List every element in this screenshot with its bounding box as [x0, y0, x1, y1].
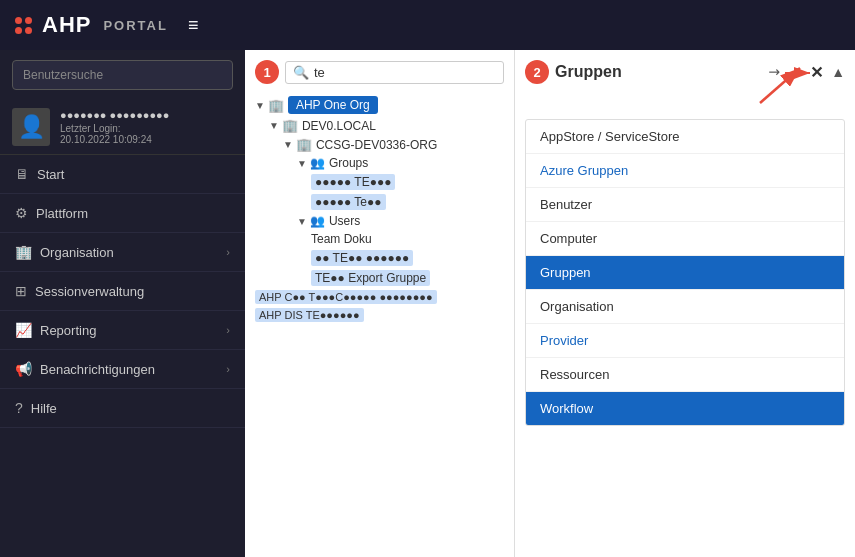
logo-ahp: AHP: [42, 12, 91, 38]
step-badge-1: 1: [255, 60, 279, 84]
tree-arrow-dev0: ▼: [269, 120, 279, 131]
tree-item-user1[interactable]: ●● TE●● ●●●●●●: [311, 248, 504, 268]
nav-label-benachrichtigungen: Benachrichtigungen: [40, 362, 155, 377]
nav-icon-benachrichtigungen: 📢: [15, 361, 32, 377]
nav-list: 🖥 Start ⚙ Plattform 🏢 Organisation › ⊞ S…: [0, 155, 245, 428]
tree-label-dev0: DEV0.LOCAL: [302, 119, 376, 133]
logo-dots: [15, 17, 32, 34]
tree-item-root[interactable]: ▼ 🏢 AHP One Org: [255, 94, 504, 116]
sidebar-item-organisation[interactable]: 🏢 Organisation ›: [0, 233, 245, 272]
sidebar-item-reporting[interactable]: 📈 Reporting ›: [0, 311, 245, 350]
tree-item-user2[interactable]: TE●● Export Gruppe: [311, 268, 504, 288]
user-name: ●●●●●●● ●●●●●●●●●: [60, 109, 169, 121]
hamburger-icon[interactable]: ≡: [188, 15, 199, 36]
nav-item-left-benachrichtigungen: 📢 Benachrichtigungen: [15, 361, 155, 377]
dropdown-item-organisation[interactable]: Organisation: [526, 290, 844, 324]
nav-label-reporting: Reporting: [40, 323, 96, 338]
tree-indent-groups-children: ●●●●● TE●●● ●●●●● Te●●: [311, 172, 504, 212]
tree-arrow-users: ▼: [297, 216, 307, 227]
close-icon[interactable]: ✕: [810, 63, 823, 82]
sidebar-item-hilfe[interactable]: ? Hilfe: [0, 389, 245, 428]
dropdown-item-workflow[interactable]: Workflow: [526, 392, 844, 425]
nav-item-left-reporting: 📈 Reporting: [15, 322, 96, 338]
panel-tree: 1 🔍 ▼ 🏢 AHP One Org ▼ 🏢: [245, 50, 515, 557]
tree-label-user2: TE●● Export Gruppe: [311, 270, 430, 286]
tree-label-teamdoku: Team Doku: [311, 232, 372, 246]
dropdown-item-appstore[interactable]: AppStore / ServiceStore: [526, 120, 844, 154]
dropdown-item-azure[interactable]: Azure Gruppen: [526, 154, 844, 188]
dropdown-item-ressourcen[interactable]: Ressourcen: [526, 358, 844, 392]
sidebar-item-plattform[interactable]: ⚙ Plattform: [0, 194, 245, 233]
user-login-time: 20.10.2022 10:09:24: [60, 134, 169, 145]
nav-label-sessionverwaltung: Sessionverwaltung: [35, 284, 144, 299]
user-section: 👤 ●●●●●●● ●●●●●●●●● Letzter Login: 20.10…: [0, 100, 245, 155]
sidebar: 👤 ●●●●●●● ●●●●●●●●● Letzter Login: 20.10…: [0, 50, 245, 557]
logo-portal: PORTAL: [103, 18, 167, 33]
expand-diagonal-icon[interactable]: ↗: [765, 62, 785, 82]
logo: AHP PORTAL: [15, 12, 168, 38]
tree-arrow-ccsg: ▼: [283, 139, 293, 150]
dropdown-item-gruppen[interactable]: Gruppen: [526, 256, 844, 290]
tree-indent-1: ▼ 🏢 DEV0.LOCAL ▼ 🏢 CCSG-DEV0336-ORG: [269, 116, 504, 288]
logo-dot-2: [25, 17, 32, 24]
dropdown-item-benutzer[interactable]: Benutzer: [526, 188, 844, 222]
nav-label-hilfe: Hilfe: [31, 401, 57, 416]
tree-arrow-root: ▼: [255, 100, 265, 111]
tree: ▼ 🏢 AHP One Org ▼ 🏢 DEV0.LOCAL ▼: [255, 94, 504, 324]
nav-label-organisation: Organisation: [40, 245, 114, 260]
chevron-up-icon[interactable]: ▲: [831, 64, 845, 80]
group-icon-groups: 👥: [310, 156, 325, 170]
main-layout: 👤 ●●●●●●● ●●●●●●●●● Letzter Login: 20.10…: [0, 50, 855, 557]
nav-icon-start: 🖥: [15, 166, 29, 182]
search-icon: 🔍: [293, 65, 309, 80]
nav-icon-organisation: 🏢: [15, 244, 32, 260]
tree-item-group2[interactable]: ●●●●● Te●●: [311, 192, 504, 212]
tree-item-users[interactable]: ▼ 👥 Users: [297, 212, 504, 230]
tree-item-ahpc[interactable]: AHP C●● T●●●C●●●●● ●●●●●●●●: [255, 288, 504, 306]
logo-dot-3: [15, 27, 22, 34]
tree-search-input[interactable]: [314, 65, 496, 80]
nav-icon-reporting: 📈: [15, 322, 32, 338]
logo-dot-4: [25, 27, 32, 34]
step-badge-2: 2: [525, 60, 549, 84]
sidebar-item-sessionverwaltung[interactable]: ⊞ Sessionverwaltung: [0, 272, 245, 311]
search-box: [0, 50, 245, 100]
panel2-title: Gruppen: [555, 63, 622, 81]
dropdown-list: AppStore / ServiceStoreAzure GruppenBenu…: [525, 119, 845, 426]
nav-item-left-hilfe: ? Hilfe: [15, 400, 57, 416]
org-icon-dev0: 🏢: [282, 118, 298, 133]
tree-indent-users-children: Team Doku ●● TE●● ●●●●●● TE●● Export Gru…: [311, 230, 504, 288]
panel1-header: 1 🔍: [255, 60, 504, 84]
tree-label-ahpdis: AHP DIS TE●●●●●●: [255, 308, 364, 322]
nav-chevron-benachrichtigungen: ›: [226, 363, 230, 375]
tree-item-ccsg[interactable]: ▼ 🏢 CCSG-DEV0336-ORG: [283, 135, 504, 154]
tree-label-user1: ●● TE●● ●●●●●●: [311, 250, 413, 266]
sidebar-item-benachrichtigungen[interactable]: 📢 Benachrichtigungen ›: [0, 350, 245, 389]
user-login-label: Letzter Login:: [60, 123, 169, 134]
nav-chevron-reporting: ›: [226, 324, 230, 336]
tree-item-groups[interactable]: ▼ 👥 Groups: [297, 154, 504, 172]
nav-item-left-organisation: 🏢 Organisation: [15, 244, 114, 260]
nav-icon-plattform: ⚙: [15, 205, 28, 221]
user-info: ●●●●●●● ●●●●●●●●● Letzter Login: 20.10.2…: [60, 109, 169, 145]
tree-item-group1[interactable]: ●●●●● TE●●●: [311, 172, 504, 192]
tree-item-teamdoku[interactable]: Team Doku: [311, 230, 504, 248]
expand-icon[interactable]: ⤢: [789, 63, 802, 82]
group-icon-users: 👥: [310, 214, 325, 228]
dropdown-item-provider[interactable]: Provider: [526, 324, 844, 358]
search-input-row: 🔍: [285, 61, 504, 84]
nav-icon-sessionverwaltung: ⊞: [15, 283, 27, 299]
org-icon-ccsg: 🏢: [296, 137, 312, 152]
nav-item-left-sessionverwaltung: ⊞ Sessionverwaltung: [15, 283, 144, 299]
tree-label-users: Users: [329, 214, 360, 228]
tree-indent-3: ▼ 👥 Groups ●●●●● TE●●● ●●●●● Te●●: [297, 154, 504, 288]
nav-icon-hilfe: ?: [15, 400, 23, 416]
tree-item-ahpdis[interactable]: AHP DIS TE●●●●●●: [255, 306, 504, 324]
tree-item-dev0[interactable]: ▼ 🏢 DEV0.LOCAL: [269, 116, 504, 135]
header: AHP PORTAL ≡: [0, 0, 855, 50]
dropdown-item-computer[interactable]: Computer: [526, 222, 844, 256]
user-search-input[interactable]: [12, 60, 233, 90]
sidebar-item-start[interactable]: 🖥 Start: [0, 155, 245, 194]
panel2-left: 2 Gruppen: [525, 60, 622, 84]
tree-label-ccsg: CCSG-DEV0336-ORG: [316, 138, 437, 152]
